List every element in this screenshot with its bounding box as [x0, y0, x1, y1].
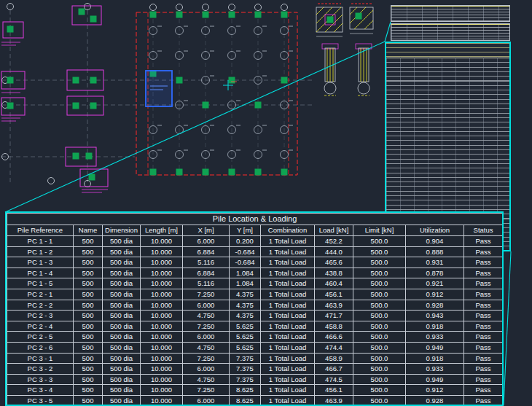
- results-mini-table-2[interactable]: [391, 23, 510, 41]
- table-cell: 0.949: [406, 374, 464, 385]
- pile-loading-table[interactable]: Pile Location & Loading Pile ReferenceNa…: [5, 211, 504, 406]
- column-marker: [176, 12, 183, 18]
- table-cell: 500.0: [353, 332, 406, 343]
- table-cell: 500 dia: [103, 257, 141, 268]
- table-cell: 1.084: [230, 268, 261, 278]
- table-cell: 500: [74, 311, 103, 321]
- pile-table-body: PC 1 - 1500500 dia10.0006.0000.2001 Tota…: [7, 236, 503, 406]
- table-cell: 6.000: [183, 300, 230, 311]
- table-cell: 10.000: [141, 257, 183, 268]
- table-header-row: Pile ReferenceNameDimensionLength [m]X […: [7, 225, 503, 236]
- column-marker: [281, 77, 288, 84]
- table-cell: Pass: [464, 364, 503, 375]
- table-cell: PC 2 - 4: [7, 321, 74, 332]
- table-cell: 500: [74, 385, 103, 396]
- table-cell: 1 Total Load: [261, 353, 315, 364]
- pile-cap-label-marks: [1, 42, 108, 192]
- column-header-combination: Combination: [261, 225, 315, 236]
- column-header-utilization: Utilization: [406, 225, 464, 236]
- table-cell: 7.250: [183, 321, 230, 332]
- table-cell: 4.375: [230, 300, 261, 311]
- table-cell: 10.000: [141, 385, 183, 396]
- table-cell: Pass: [464, 257, 503, 268]
- table-cell: 500 dia: [103, 332, 141, 343]
- results-mini-table-1[interactable]: [391, 5, 510, 22]
- table-cell: 1 Total Load: [261, 257, 315, 268]
- table-row: PC 2 - 2500500 dia10.0006.0004.3751 Tota…: [7, 300, 503, 311]
- table-cell: 500 dia: [103, 364, 141, 375]
- column-header-load-kn: Load [kN]: [315, 225, 353, 236]
- table-cell: 500: [74, 278, 103, 289]
- table-cell: 10.000: [141, 278, 183, 289]
- table-cell: 7.250: [183, 289, 230, 300]
- table-cell: 7.375: [230, 353, 261, 364]
- table-cell: 500.0: [353, 300, 406, 311]
- table-cell: 500.0: [353, 395, 406, 406]
- table-cell: 0.918: [406, 353, 464, 364]
- table-cell: PC 3 - 3: [7, 374, 74, 385]
- table-cell: PC 1 - 5: [7, 278, 74, 289]
- table-cell: 0.912: [406, 289, 464, 300]
- table-row: PC 1 - 2500500 dia10.0006.884-0.6841 Tot…: [7, 246, 503, 257]
- column-marker: [255, 102, 262, 109]
- table-cell: 500.0: [353, 236, 406, 247]
- column-marker: [176, 169, 183, 176]
- table-cell: 438.8: [315, 268, 353, 278]
- table-cell: Pass: [464, 321, 503, 332]
- table-row: PC 3 - 1500500 dia10.0007.2507.3751 Tota…: [7, 353, 503, 364]
- table-cell: PC 2 - 5: [7, 332, 74, 343]
- column-marker: [73, 77, 79, 84]
- table-cell: 10.000: [141, 395, 183, 406]
- table-cell: 500.0: [353, 321, 406, 332]
- table-cell: Pass: [464, 268, 503, 278]
- table-cell: 500.0: [353, 268, 406, 278]
- table-cell: 456.1: [315, 385, 353, 396]
- table-cell: 5.625: [230, 332, 261, 343]
- table-cell: 0.888: [406, 246, 464, 257]
- table-cell: Pass: [464, 311, 503, 321]
- pile-cap-detail-1: [316, 4, 343, 36]
- table-cell: 500 dia: [103, 268, 141, 278]
- table-cell: 500: [74, 257, 103, 268]
- column-header-x-m: X [m]: [183, 225, 230, 236]
- table-row: PC 3 - 4500500 dia10.0007.2508.6251 Tota…: [7, 385, 503, 396]
- table-cell: PC 1 - 4: [7, 268, 74, 278]
- table-cell: 500: [74, 332, 103, 343]
- table-cell: 500.0: [353, 278, 406, 289]
- table-cell: 471.7: [315, 311, 353, 321]
- column-marker: [7, 77, 14, 84]
- table-cell: 1 Total Load: [261, 268, 315, 278]
- table-cell: 4.375: [230, 311, 261, 321]
- table-cell: 4.750: [183, 342, 230, 353]
- table-cell: 500: [74, 321, 103, 332]
- column-header-dimension: Dimension: [103, 225, 141, 236]
- table-cell: 10.000: [141, 364, 183, 375]
- column-marker: [203, 12, 209, 18]
- column-marker: [7, 26, 14, 33]
- column-marker: [7, 103, 14, 109]
- column-marker: [281, 12, 288, 18]
- table-cell: -0.684: [230, 246, 261, 257]
- column-marker: [255, 169, 262, 176]
- table-cell: 0.918: [406, 321, 464, 332]
- pile-elevation-detail-2: [356, 44, 372, 95]
- table-cell: 10.000: [141, 246, 183, 257]
- table-cell: 0.928: [406, 300, 464, 311]
- table-cell: 0.931: [406, 257, 464, 268]
- table-cell: 1 Total Load: [261, 374, 315, 385]
- column-marker: [203, 169, 209, 176]
- table-cell: Pass: [464, 353, 503, 364]
- table-cell: 500: [74, 374, 103, 385]
- table-cell: 466.6: [315, 332, 353, 343]
- table-row: PC 3 - 2500500 dia10.0006.0007.3751 Tota…: [7, 364, 503, 375]
- column-marker: [176, 77, 183, 84]
- table-cell: 456.1: [315, 289, 353, 300]
- table-cell: 6.000: [183, 395, 230, 406]
- table-cell: 500 dia: [103, 300, 141, 311]
- table-cell: 500 dia: [103, 342, 141, 353]
- table-title: Pile Location & Loading: [7, 214, 503, 225]
- table-cell: 463.9: [315, 300, 353, 311]
- cad-viewport[interactable]: Pile Location & Loading Pile ReferenceNa…: [0, 0, 532, 406]
- table-cell: 474.5: [315, 374, 353, 385]
- table-cell: Pass: [464, 289, 503, 300]
